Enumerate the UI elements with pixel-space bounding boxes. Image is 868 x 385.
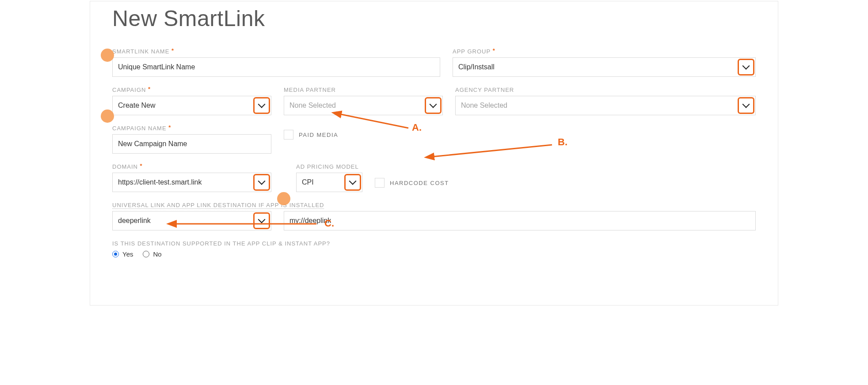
page-title: New SmartLink: [112, 6, 756, 31]
row-campaign-media-agency: CAMPAIGN Create New MEDIA PARTNER None S…: [112, 87, 756, 115]
form-page: New SmartLink SMARTLINK NAME APP GROUP C…: [90, 1, 778, 306]
row-universal-link: deeperlink: [112, 211, 756, 230]
label-ad-pricing: AD PRICING MODEL: [296, 163, 362, 170]
radio-yes-indicator: [112, 251, 119, 257]
domain-value: https://client-test.smart.link: [118, 178, 202, 186]
label-agency-partner: AGENCY PARTNER: [455, 87, 756, 93]
campaign-select[interactable]: Create New: [112, 96, 271, 115]
agency-partner-value: None Selected: [461, 102, 507, 109]
annotation-marker-2: [101, 109, 114, 123]
ad-pricing-select[interactable]: CPI: [296, 173, 362, 192]
chevron-down-icon: [258, 216, 266, 223]
domain-chevron[interactable]: [253, 174, 270, 191]
chevron-down-icon: [258, 177, 266, 185]
campaign-chevron[interactable]: [253, 97, 270, 114]
row-campaign-name-paid: CAMPAIGN NAME PAID MEDIA: [112, 125, 756, 154]
ul-type-chevron[interactable]: [253, 212, 270, 229]
annotation-marker-1: [101, 49, 114, 62]
chevron-down-icon: [349, 177, 357, 185]
app-group-chevron[interactable]: [738, 59, 754, 75]
ul-type-select[interactable]: deeperlink: [112, 211, 271, 230]
label-domain: DOMAIN: [112, 163, 271, 170]
agency-partner-select[interactable]: None Selected: [455, 96, 756, 115]
label-campaign: CAMPAIGN: [112, 87, 271, 93]
annotation-label-a: A.: [412, 122, 422, 133]
paid-media-checkbox[interactable]: [284, 130, 293, 140]
campaign-value: Create New: [118, 102, 155, 109]
chevron-down-icon: [430, 101, 437, 108]
chevron-down-icon: [258, 101, 266, 108]
label-app-group: APP GROUP: [453, 48, 756, 55]
label-smartlink-name: SMARTLINK NAME: [112, 48, 440, 55]
domain-select[interactable]: https://client-test.smart.link: [112, 173, 271, 192]
annotation-marker-3: [277, 192, 290, 205]
radio-no-label: No: [153, 250, 161, 258]
chevron-down-icon: [742, 101, 750, 108]
label-ul-section: UNIVERSAL LINK AND APP LINK DESTINATION …: [112, 202, 756, 208]
clip-supported-radiogroup: Yes No: [112, 250, 756, 258]
radio-yes[interactable]: Yes: [112, 250, 133, 258]
media-partner-chevron[interactable]: [425, 97, 442, 114]
deeplink-input[interactable]: [284, 211, 756, 230]
paid-media-label: PAID MEDIA: [299, 132, 338, 138]
radio-no[interactable]: No: [143, 250, 161, 258]
hardcode-cost-checkbox[interactable]: [375, 178, 385, 188]
media-partner-select[interactable]: None Selected: [284, 96, 443, 115]
chevron-down-icon: [742, 62, 750, 70]
radio-no-indicator: [143, 251, 149, 257]
annotation-label-b: B.: [558, 136, 567, 148]
row-name-appgroup: SMARTLINK NAME APP GROUP Clip/Instsall: [112, 48, 756, 77]
radio-yes-label: Yes: [122, 250, 133, 258]
hardcode-cost-label: HARDCODE COST: [390, 180, 449, 186]
ad-pricing-chevron[interactable]: [344, 174, 361, 191]
label-media-partner: MEDIA PARTNER: [284, 87, 443, 93]
media-partner-value: None Selected: [289, 102, 336, 109]
app-group-select[interactable]: Clip/Instsall: [453, 57, 756, 77]
label-clip-supported: IS THIS DESTINATION SUPPORTED IN THE APP…: [112, 240, 756, 247]
campaign-name-input[interactable]: [112, 134, 271, 154]
app-group-value: Clip/Instsall: [458, 63, 495, 71]
row-domain-pricing: DOMAIN https://client-test.smart.link AD…: [112, 163, 756, 192]
agency-partner-chevron[interactable]: [738, 97, 754, 114]
ul-type-value: deeperlink: [118, 217, 151, 225]
ad-pricing-value: CPI: [302, 178, 314, 186]
smartlink-name-input[interactable]: [112, 57, 440, 77]
label-campaign-name: CAMPAIGN NAME: [112, 125, 271, 132]
annotation-label-c: C.: [324, 218, 334, 229]
